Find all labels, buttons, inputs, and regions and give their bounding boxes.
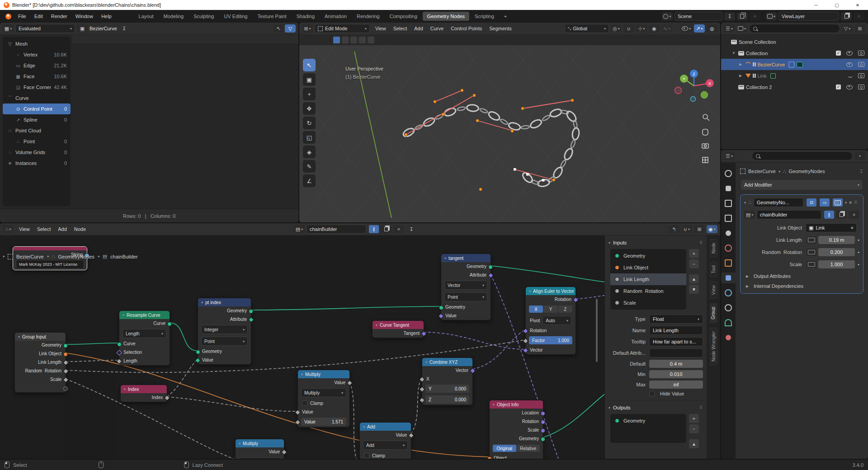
geometry-socket[interactable] <box>541 437 545 442</box>
add-input-button[interactable]: + <box>689 249 699 258</box>
spreadsheet-row-face-corner[interactable]: ◲Face Corner42.4K <box>3 82 71 93</box>
unlink-node-group-icon[interactable]: × <box>849 211 859 219</box>
editor-type-outliner-icon[interactable]: ☰▾ <box>724 24 735 33</box>
sidebar-tab-group[interactable]: Group <box>710 303 717 323</box>
spreadsheet-row-volume-grids[interactable]: ◌Volume Grids0 <box>3 147 71 158</box>
prop-value-slider[interactable]: 0.4 m <box>649 360 703 368</box>
chain-object[interactable] <box>402 104 580 188</box>
exclude-checkbox[interactable]: ✓ <box>836 51 841 56</box>
inputs-drag-handle[interactable]: ⠿ <box>699 240 703 245</box>
scene-browse-icon[interactable]: ▾ <box>662 12 673 20</box>
value-slider[interactable]: Value1.571 <box>301 418 346 426</box>
properties-options-icon[interactable]: ▾ <box>854 152 865 160</box>
viewport-menu-select[interactable]: Select <box>390 25 411 32</box>
breadcrumb-object[interactable]: BezierCurve <box>748 169 776 174</box>
select-mode-extra-icon[interactable] <box>367 36 375 44</box>
node-header[interactable]: ▾Group Input <box>15 333 66 341</box>
input-item-random-rotation[interactable]: Random Rotation <box>610 285 686 297</box>
mode-dropdown[interactable]: Edit Mode▾ <box>315 24 370 33</box>
option-z[interactable]: Z <box>558 306 572 313</box>
node-group-browse-icon[interactable]: ▤▾ <box>744 211 755 219</box>
spreadsheet-row-spline[interactable]: ↗Spline0 <box>3 114 71 125</box>
disable-render-camera-icon[interactable] <box>858 51 864 56</box>
object-field[interactable]: ▣Link× <box>806 223 857 232</box>
menu-window[interactable]: Window <box>71 12 97 20</box>
link-object-socket[interactable] <box>63 352 68 357</box>
geometry-socket[interactable] <box>249 309 253 314</box>
spreadsheet-row-mesh[interactable]: ▽Mesh <box>3 38 71 49</box>
remove-input-button[interactable]: − <box>689 259 699 268</box>
node-dropdown[interactable]: Multiply▾ <box>301 388 346 397</box>
scene-pin-icon[interactable]: ↧ <box>724 12 735 20</box>
modifier-name-field[interactable]: GeometryNo... <box>754 198 803 207</box>
inputs-collapse-icon[interactable]: ▾ <box>609 241 610 245</box>
attribute-toggle-icon[interactable] <box>806 248 817 257</box>
transform-orientation-dropdown[interactable]: ⤡Global▾ <box>565 24 609 33</box>
move-input-up-button[interactable]: ▲ <box>689 274 699 283</box>
properties-tab-tool-icon[interactable] <box>721 168 736 179</box>
select-mode-lasso-icon[interactable] <box>359 36 366 44</box>
workspace-tab-animation[interactable]: Animation <box>320 12 351 21</box>
node-group-input[interactable]: ▾Group InputGeometryLink ObjectLink Leng… <box>14 332 66 393</box>
hide-eye-icon[interactable] <box>846 51 853 56</box>
node-combine-xyz[interactable]: ▾Combine XYZVectorXY0.000Z0.000 <box>422 357 473 405</box>
object-socket[interactable] <box>487 456 492 459</box>
curve-socket[interactable] <box>117 342 122 347</box>
scene-delete-icon[interactable]: × <box>750 12 760 20</box>
node-dropdown[interactable]: Integer▾ <box>201 325 248 334</box>
properties-tab-output-icon[interactable] <box>721 198 736 209</box>
node-header[interactable]: ▾pt index <box>198 298 251 306</box>
node-group-name[interactable]: chainBuilder <box>307 225 366 234</box>
proportional-falloff-icon[interactable]: ∿▾ <box>661 24 672 33</box>
collapse-icon[interactable]: ▾ <box>425 360 427 364</box>
collapse-icon[interactable]: ▾ <box>493 403 495 407</box>
animate-dot[interactable]: • <box>858 237 859 243</box>
node-multiply-1[interactable]: ▾MultiplyValueMultiply▾ClampValueValue1.… <box>297 370 350 428</box>
collapse-icon[interactable]: ▾ <box>201 301 203 305</box>
properties-pin-icon[interactable]: ↧ <box>859 169 863 174</box>
sidebar-tab-view[interactable]: View <box>710 282 717 299</box>
editor-type-spreadsheet-icon[interactable]: ▦▾ <box>3 24 14 33</box>
node-pt-index[interactable]: ▾pt indexGeometryAttributeInteger▾Point▾… <box>198 298 251 365</box>
hide-eye-icon[interactable] <box>846 62 853 67</box>
properties-tab-render-icon[interactable] <box>721 183 736 194</box>
clear-object-icon[interactable]: × <box>851 225 854 230</box>
add-modifier-dropdown[interactable]: Add Modifier▾ <box>741 180 863 190</box>
outliner-search-input[interactable] <box>749 24 840 33</box>
hide-eye-icon[interactable] <box>846 85 853 89</box>
collapse-icon[interactable]: ▾ <box>124 387 126 391</box>
evaluation-mode-dropdown[interactable]: Evaluated▾ <box>15 24 75 33</box>
select-mode-circle-icon[interactable] <box>350 36 358 44</box>
go-to-parent-icon[interactable]: ↰ <box>669 225 679 233</box>
workspace-tab-shading[interactable]: Shading <box>292 12 319 21</box>
remove-output-button[interactable]: − <box>689 424 699 433</box>
viewport-canvas[interactable]: Z X Y User Perspective (1) BezierCurve ↖… <box>299 45 720 222</box>
node-menu-add[interactable]: Add <box>54 226 71 233</box>
properties-tab-object-data-icon[interactable] <box>721 317 736 328</box>
show-overlays-icon[interactable]: ▾ <box>680 24 692 33</box>
outliner-row-collection-2[interactable]: Collection 2✓ <box>721 81 868 93</box>
collapse-icon[interactable]: ▾ <box>239 442 241 446</box>
attribute-toggle-icon[interactable] <box>806 260 817 269</box>
animate-dot[interactable]: • <box>858 262 859 267</box>
node-header[interactable]: ▾Add <box>360 423 411 431</box>
move-input-down-button[interactable]: ▼ <box>689 285 699 294</box>
close-button[interactable]: ✕ <box>847 0 868 10</box>
breadcrumb-group[interactable]: chainBuilder <box>110 254 138 259</box>
option-original[interactable]: Original <box>493 445 516 452</box>
viewlayer-selector[interactable]: ViewLayer <box>778 12 839 21</box>
copy-node-group-icon[interactable] <box>381 225 392 233</box>
sidebar-tab-tool[interactable]: Tool <box>710 262 717 277</box>
show-gizmo-icon[interactable]: ↗▾ <box>694 24 705 33</box>
snap-target-icon[interactable]: ⊹▾ <box>636 24 647 33</box>
node-snapping-icon[interactable]: ∪▾ <box>681 225 692 233</box>
workspace-tab-modeling[interactable]: Modeling <box>159 12 189 21</box>
prop-value-field[interactable]: Link Length <box>649 326 703 335</box>
node-header[interactable]: ▾Combine XYZ <box>422 358 472 366</box>
checkbox[interactable] <box>364 453 369 458</box>
option-x[interactable]: X <box>529 306 543 313</box>
workspace-tab-layout[interactable]: Layout <box>134 12 158 21</box>
collapse-icon[interactable]: ▾ <box>18 335 20 339</box>
tool-select-box-icon[interactable]: ▣ <box>303 73 316 86</box>
viewport-menu-add[interactable]: Add <box>410 25 427 32</box>
